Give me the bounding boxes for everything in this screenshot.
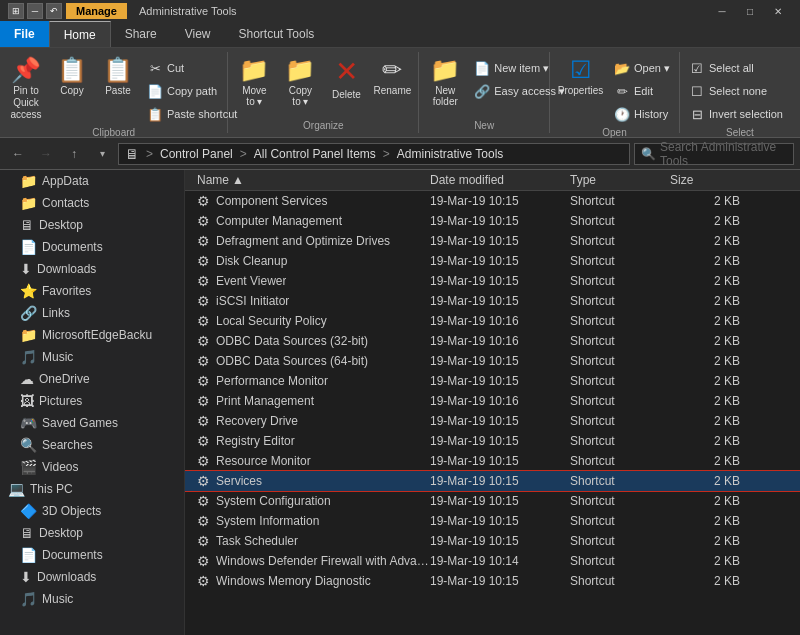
delete-button[interactable]: ✕ Delete: [324, 54, 368, 104]
sidebar-item-thispc[interactable]: 💻 This PC: [0, 478, 184, 500]
file-row[interactable]: ⚙Local Security Policy 19-Mar-19 10:16 S…: [185, 311, 800, 331]
sidebar-item-msedge[interactable]: 📁 MicrosoftEdgeBacku: [0, 324, 184, 346]
file-row[interactable]: ⚙System Configuration 19-Mar-19 10:15 Sh…: [185, 491, 800, 511]
file-row[interactable]: ⚙Windows Defender Firewall with Advanc..…: [185, 551, 800, 571]
file-name: Windows Memory Diagnostic: [216, 574, 371, 588]
col-header-size[interactable]: Size: [670, 173, 750, 187]
file-type: Shortcut: [570, 314, 670, 328]
file-icon: ⚙: [197, 313, 210, 329]
file-row[interactable]: ⚙Defragment and Optimize Drives 19-Mar-1…: [185, 231, 800, 251]
file-row[interactable]: ⚙Registry Editor 19-Mar-19 10:15 Shortcu…: [185, 431, 800, 451]
tab-file[interactable]: File: [0, 21, 49, 47]
back-button[interactable]: ←: [6, 142, 30, 166]
sidebar-item-documents[interactable]: 📄 Documents: [0, 236, 184, 258]
copy-to-button[interactable]: 📁 Copy to ▾: [278, 54, 322, 111]
sidebar-item-videos[interactable]: 🎬 Videos: [0, 456, 184, 478]
maximize-button[interactable]: □: [736, 0, 764, 22]
tab-shortcut-tools[interactable]: Shortcut Tools: [225, 21, 329, 47]
file-icon: ⚙: [197, 273, 210, 289]
invert-selection-button[interactable]: ⊟ Invert selection: [684, 103, 788, 125]
path-admin-tools[interactable]: Administrative Tools: [397, 147, 504, 161]
properties-button[interactable]: ☑ Properties: [554, 54, 607, 100]
recent-locations-button[interactable]: ▾: [90, 142, 114, 166]
address-path[interactable]: 🖥 > Control Panel > All Control Panel It…: [118, 143, 630, 165]
cut-button[interactable]: ✂ Cut: [142, 57, 242, 79]
tab-share[interactable]: Share: [111, 21, 171, 47]
col-header-type[interactable]: Type: [570, 173, 670, 187]
history-button[interactable]: 🕐 History: [609, 103, 675, 125]
paste-shortcut-button[interactable]: 📋 Paste shortcut: [142, 103, 242, 125]
file-row[interactable]: ⚙Resource Monitor 19-Mar-19 10:15 Shortc…: [185, 451, 800, 471]
sidebar-item-pictures[interactable]: 🖼 Pictures: [0, 390, 184, 412]
file-row[interactable]: ⚙Disk Cleanup 19-Mar-19 10:15 Shortcut 2…: [185, 251, 800, 271]
file-row[interactable]: ⚙Recovery Drive 19-Mar-19 10:15 Shortcut…: [185, 411, 800, 431]
tab-view[interactable]: View: [171, 21, 225, 47]
file-date: 19-Mar-19 10:15: [430, 354, 570, 368]
col-header-name[interactable]: Name ▲: [185, 173, 430, 187]
sidebar-item-music-pc[interactable]: 🎵 Music: [0, 588, 184, 610]
sidebar-item-favorites[interactable]: ⭐ Favorites: [0, 280, 184, 302]
window-controls[interactable]: ─ □ ✕: [708, 0, 792, 22]
file-name: Registry Editor: [216, 434, 295, 448]
sidebar-item-onedrive[interactable]: ☁ OneDrive: [0, 368, 184, 390]
up-button[interactable]: ↑: [62, 142, 86, 166]
sidebar-item-3dobjects[interactable]: 🔷 3D Objects: [0, 500, 184, 522]
file-row[interactable]: ⚙System Information 19-Mar-19 10:15 Shor…: [185, 511, 800, 531]
file-row[interactable]: ⚙Task Scheduler 19-Mar-19 10:15 Shortcut…: [185, 531, 800, 551]
sidebar-item-music[interactable]: 🎵 Music: [0, 346, 184, 368]
edit-button[interactable]: ✏ Edit: [609, 80, 675, 102]
file-row[interactable]: ⚙iSCSI Initiator 19-Mar-19 10:15 Shortcu…: [185, 291, 800, 311]
file-size: 2 KB: [670, 514, 750, 528]
open-button[interactable]: 📂 Open ▾: [609, 57, 675, 79]
sidebar-item-links[interactable]: 🔗 Links: [0, 302, 184, 324]
file-date: 19-Mar-19 10:15: [430, 214, 570, 228]
move-to-button[interactable]: 📁 Move to ▾: [232, 54, 276, 111]
close-button[interactable]: ✕: [764, 0, 792, 22]
new-folder-label: Newfolder: [433, 85, 458, 107]
ribbon-tabs: File Home Share View Shortcut Tools: [0, 22, 800, 48]
col-header-date[interactable]: Date modified: [430, 173, 570, 187]
file-name: Disk Cleanup: [216, 254, 287, 268]
sidebar-item-searches[interactable]: 🔍 Searches: [0, 434, 184, 456]
paste-button[interactable]: 📋 Paste: [96, 54, 140, 100]
file-row[interactable]: ⚙Event Viewer 19-Mar-19 10:15 Shortcut 2…: [185, 271, 800, 291]
copy-path-label: Copy path: [167, 85, 217, 97]
sidebar-item-documents-pc[interactable]: 📄 Documents: [0, 544, 184, 566]
file-date: 19-Mar-19 10:15: [430, 194, 570, 208]
select-none-button[interactable]: ☐ Select none: [684, 80, 788, 102]
forward-button[interactable]: →: [34, 142, 58, 166]
sidebar-item-downloads[interactable]: ⬇ Downloads: [0, 258, 184, 280]
rename-button[interactable]: ✏ Rename: [370, 54, 414, 100]
tab-home[interactable]: Home: [49, 21, 111, 47]
path-control-panel[interactable]: Control Panel: [160, 147, 233, 161]
minimize-button[interactable]: ─: [708, 0, 736, 22]
pin-to-quick-access-button[interactable]: 📌 Pin to Quickaccess: [4, 54, 48, 125]
sidebar-item-downloads-pc[interactable]: ⬇ Downloads: [0, 566, 184, 588]
file-row-services[interactable]: ⚙Services 19-Mar-19 10:15 Shortcut 2 KB: [185, 471, 800, 491]
ribbon-group-select: ☑ Select all ☐ Select none ⊟ Invert sele…: [680, 52, 800, 133]
file-row[interactable]: ⚙Component Services 19-Mar-19 10:15 Shor…: [185, 191, 800, 211]
file-size: 2 KB: [670, 354, 750, 368]
sidebar-item-contacts[interactable]: 📁 Contacts: [0, 192, 184, 214]
file-row[interactable]: ⚙Windows Memory Diagnostic 19-Mar-19 10:…: [185, 571, 800, 591]
open-small-stack: 📂 Open ▾ ✏ Edit 🕐 History: [609, 54, 675, 125]
copy-button[interactable]: 📋 Copy: [50, 54, 94, 100]
sidebar-item-savedgames[interactable]: 🎮 Saved Games: [0, 412, 184, 434]
copy-path-button[interactable]: 📄 Copy path: [142, 80, 242, 102]
search-box[interactable]: 🔍 Search Administrative Tools: [634, 143, 794, 165]
file-row[interactable]: ⚙ODBC Data Sources (64-bit) 19-Mar-19 10…: [185, 351, 800, 371]
sidebar-item-desktop-pc[interactable]: 🖥 Desktop: [0, 522, 184, 544]
file-name: Print Management: [216, 394, 314, 408]
file-size: 2 KB: [670, 474, 750, 488]
file-row[interactable]: ⚙Computer Management 19-Mar-19 10:15 Sho…: [185, 211, 800, 231]
links-icon: 🔗: [20, 305, 37, 321]
file-row[interactable]: ⚙ODBC Data Sources (32-bit) 19-Mar-19 10…: [185, 331, 800, 351]
sidebar-item-desktop[interactable]: 🖥 Desktop: [0, 214, 184, 236]
new-folder-button[interactable]: 📁 Newfolder: [423, 54, 467, 111]
clipboard-small-stack: ✂ Cut 📄 Copy path 📋 Paste shortcut: [142, 54, 242, 125]
select-all-button[interactable]: ☑ Select all: [684, 57, 788, 79]
sidebar-item-appdata[interactable]: 📁 AppData: [0, 170, 184, 192]
file-row[interactable]: ⚙Performance Monitor 19-Mar-19 10:15 Sho…: [185, 371, 800, 391]
file-row[interactable]: ⚙Print Management 19-Mar-19 10:16 Shortc…: [185, 391, 800, 411]
path-all-items[interactable]: All Control Panel Items: [254, 147, 376, 161]
